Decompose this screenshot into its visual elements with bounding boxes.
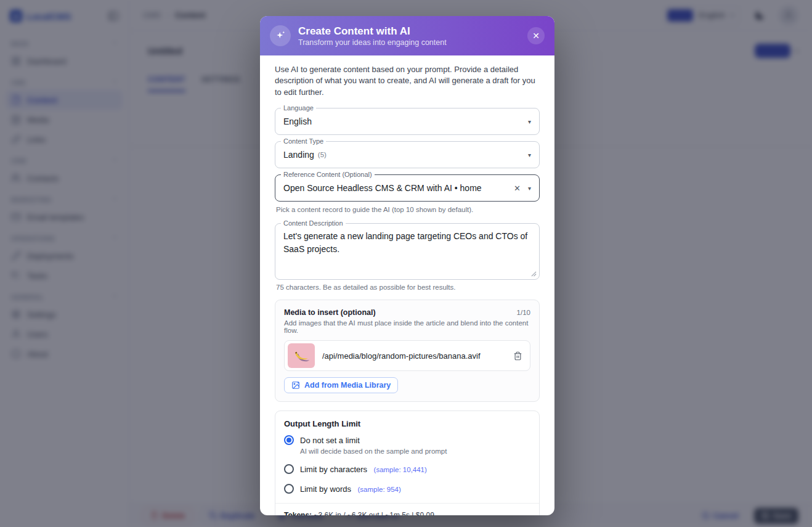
media-section-title: Media to insert (optional) (284, 308, 376, 317)
content-type-value: Landing (283, 150, 314, 160)
close-button[interactable]: ✕ (527, 27, 545, 44)
content-type-count: (5) (318, 151, 327, 158)
modal-title: Create Content with AI (298, 25, 447, 38)
media-path: /api/media/blog/random-pictures/banana.a… (322, 351, 506, 361)
modal-intro: Use AI to generate content based on your… (275, 64, 540, 98)
content-description-field[interactable]: Content Description Let's generate a new… (275, 223, 540, 280)
characters-sample: (sample: 10,441) (374, 466, 427, 473)
reference-field-label: Reference Content (Optional) (281, 171, 375, 178)
language-select[interactable]: Language English ▾ (275, 108, 540, 135)
reference-value: Open Source Headless CMS & CRM with AI •… (283, 183, 482, 193)
resize-handle-icon[interactable] (531, 271, 537, 277)
clear-icon[interactable]: ✕ (514, 184, 521, 193)
content-type-field-label: Content Type (281, 137, 326, 145)
content-description-input[interactable]: Let's generate a new landing page target… (283, 230, 531, 273)
radio-selected-icon[interactable] (284, 435, 294, 445)
limit-option-none[interactable]: Do not set a limit AI will decide based … (284, 435, 530, 455)
media-counter: 1/10 (517, 309, 530, 316)
chevron-down-icon[interactable]: ▾ (528, 185, 531, 192)
description-helper: 75 characters. Be as detailed as possibl… (276, 284, 540, 291)
reference-helper: Pick a content record to guide the AI (t… (276, 206, 540, 213)
banana-image (291, 346, 312, 365)
tokens-estimate: Tokens: ~3.6K in / ~6.3K out | ~1m 5s | … (284, 504, 530, 515)
chevron-down-icon[interactable]: ▾ (528, 152, 531, 158)
description-field-label: Content Description (281, 219, 346, 227)
sparkles-icon (275, 30, 286, 41)
create-content-modal: Create Content with AI Transform your id… (260, 16, 554, 515)
modal-body: Use AI to generate content based on your… (260, 55, 554, 515)
reference-content-select[interactable]: Reference Content (Optional) Open Source… (275, 174, 540, 202)
modal-subtitle: Transform your ideas into engaging conte… (298, 38, 447, 47)
media-item-row: /api/media/blog/random-pictures/banana.a… (284, 340, 530, 371)
media-thumbnail (288, 343, 315, 368)
close-icon: ✕ (532, 31, 540, 41)
limit-option-characters[interactable]: Limit by characters (sample: 10,441) (284, 464, 530, 475)
media-section-description: Add images that the AI must place inside… (284, 319, 530, 334)
language-value: English (283, 116, 312, 126)
trash-icon (513, 351, 522, 361)
image-plus-icon (291, 381, 300, 390)
language-field-label: Language (281, 104, 316, 112)
radio-icon[interactable] (284, 484, 294, 494)
modal-header: Create Content with AI Transform your id… (260, 16, 554, 55)
output-length-title: Output Length Limit (284, 419, 530, 428)
radio-icon[interactable] (284, 464, 294, 474)
limit-option-words[interactable]: Limit by words (sample: 954) (284, 483, 530, 494)
chevron-down-icon[interactable]: ▾ (528, 118, 531, 125)
words-sample: (sample: 954) (358, 486, 401, 493)
add-from-media-library-button[interactable]: Add from Media Library (284, 377, 398, 393)
limit-none-subtext: AI will decide based on the sample and p… (300, 447, 447, 455)
media-section: Media to insert (optional) 1/10 Add imag… (275, 300, 540, 402)
output-length-section: Output Length Limit Do not set a limit A… (275, 411, 540, 515)
delete-media-button[interactable] (513, 351, 522, 361)
sparkles-badge (270, 25, 291, 46)
content-type-select[interactable]: Content Type Landing (5) ▾ (275, 141, 540, 168)
